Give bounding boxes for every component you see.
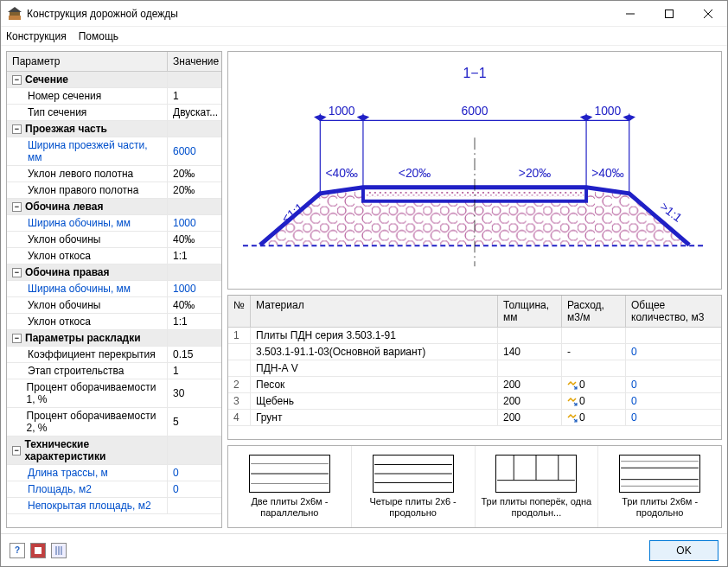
cross-section-diagram: 1−1 1000 6000 1000 <40‰ — [227, 51, 722, 290]
material-row[interactable]: 4Грунт20000 — [228, 410, 721, 426]
layout-four-longitudinal[interactable]: Четыре плиты 2х6 - продольно — [352, 446, 476, 527]
materials-body[interactable]: 1Плиты ПДН серия 3.503.1-913.503.1-91.1-… — [228, 328, 721, 426]
param-row[interactable]: Уклон откоса1:1 — [7, 314, 221, 330]
titlebar: Конструкция дорожной одежды — [1, 1, 727, 27]
slope-outer-right: >40‰ — [591, 166, 624, 180]
col-header-param: Параметр — [7, 52, 168, 71]
col-material: Материал — [251, 296, 498, 327]
col-thickness: Толщина, мм — [498, 296, 562, 327]
material-row[interactable]: 2Песок20000 — [228, 377, 721, 393]
app-icon — [8, 7, 22, 21]
param-row[interactable]: Уклон левого полотна20‰ — [7, 166, 221, 182]
param-row[interactable]: Номер сечения1 — [7, 88, 221, 105]
col-header-value: Значение — [168, 52, 221, 71]
param-row[interactable]: Ширина обочины, мм1000 — [7, 215, 221, 232]
param-row[interactable]: Уклон обочины40‰ — [7, 297, 221, 314]
parameters-grid[interactable]: −СечениеНомер сечения1Тип сеченияДвускат… — [7, 72, 221, 527]
menubar: Конструкция Помощь — [1, 27, 727, 46]
col-idx: № — [228, 296, 251, 327]
maximize-button[interactable] — [649, 1, 688, 26]
layout-three-longitudinal[interactable]: Три плиты 2х6м - продольно — [598, 446, 721, 527]
param-group[interactable]: −Параметры раскладки — [7, 330, 221, 347]
edit-icon[interactable] — [567, 396, 578, 406]
param-row[interactable]: Непокрытая площадь, м2 — [7, 498, 221, 514]
slope-inner-left: <20‰ — [399, 166, 431, 180]
collapse-icon[interactable]: − — [12, 202, 22, 212]
svg-rect-0 — [9, 16, 21, 20]
edit-icon[interactable] — [567, 412, 578, 423]
layout-label-2: Три плиты поперёк, одна продольн... — [479, 496, 595, 519]
collapse-icon[interactable]: − — [12, 124, 22, 134]
layout-label-1: Четыре плиты 2х6 - продольно — [355, 496, 471, 519]
material-row[interactable]: 3.503.1-91.1-03(Основной вариант)140-0 — [228, 344, 721, 360]
app-window: Конструкция дорожной одежды Конструкция … — [0, 0, 728, 567]
param-row[interactable]: Этап строительства1 — [7, 363, 221, 379]
material-row[interactable]: 1Плиты ПДН серия 3.503.1-91 — [228, 328, 721, 344]
layout-label-0: Две плиты 2х6м - параллельно — [232, 496, 348, 519]
col-total: Общее количество, м3 — [626, 296, 721, 327]
svg-rect-3 — [665, 10, 673, 17]
svg-rect-35 — [35, 547, 42, 554]
layout-three-cross-one-long[interactable]: Три плиты поперёк, одна продольн... — [476, 446, 599, 527]
param-row[interactable]: Процент оборачиваемости 1, %30 — [7, 379, 221, 408]
close-button[interactable] — [688, 1, 727, 26]
material-row[interactable]: 3Щебень20000 — [228, 393, 721, 410]
param-group[interactable]: −Обочина правая — [7, 264, 221, 281]
minimize-button[interactable] — [610, 1, 649, 26]
parameters-panel: Параметр Значение −СечениеНомер сечения1… — [6, 51, 222, 528]
settings-icon[interactable] — [51, 543, 67, 558]
param-row[interactable]: Уклон обочины40‰ — [7, 232, 221, 248]
material-row[interactable]: ПДН-А V — [228, 360, 721, 377]
help-icon[interactable]: ? — [10, 543, 25, 558]
param-row[interactable]: Уклон откоса1:1 — [7, 248, 221, 264]
dim-left: 1000 — [329, 104, 355, 118]
param-row[interactable]: Площадь, м20 — [7, 481, 221, 498]
param-row[interactable]: Уклон правого полотна20‰ — [7, 182, 221, 199]
slope-outer-left: <40‰ — [325, 166, 358, 180]
report-icon[interactable] — [30, 543, 46, 558]
menu-construction[interactable]: Конструкция — [6, 30, 67, 42]
collapse-icon[interactable]: − — [12, 334, 22, 343]
param-group[interactable]: −Проезжая часть — [7, 121, 221, 137]
section-label: 1−1 — [463, 66, 487, 80]
param-row[interactable]: Тип сеченияДвускат... — [7, 105, 221, 121]
col-consumption: Расход, м3/м — [562, 296, 626, 327]
dim-center: 6000 — [462, 104, 489, 118]
collapse-icon[interactable]: − — [12, 446, 21, 456]
ok-button[interactable]: OK — [649, 540, 718, 561]
window-title: Конструкция дорожной одежды — [27, 8, 610, 20]
param-row[interactable]: Длина трассы, м0 — [7, 465, 221, 481]
param-group[interactable]: −Обочина левая — [7, 199, 221, 215]
slope-inner-right: >20‰ — [519, 166, 552, 180]
dim-right: 1000 — [594, 104, 621, 118]
param-row[interactable]: Коэффициент перекрытия0.15 — [7, 347, 221, 363]
layout-options: Две плиты 2х6м - параллельно Четыре плит… — [227, 445, 722, 528]
svg-rect-1 — [10, 12, 20, 16]
layout-two-parallel[interactable]: Две плиты 2х6м - параллельно — [228, 446, 352, 527]
param-row[interactable]: Ширина обочины, мм1000 — [7, 281, 221, 297]
layout-label-3: Три плиты 2х6м - продольно — [602, 496, 718, 519]
param-group[interactable]: −Сечение — [7, 72, 221, 88]
collapse-icon[interactable]: − — [12, 75, 22, 85]
edit-icon[interactable] — [567, 379, 578, 390]
param-row[interactable]: Процент оборачиваемости 2, %5 — [7, 408, 221, 436]
param-row[interactable]: Ширина проезжей части, мм6000 — [7, 137, 221, 166]
materials-table: № Материал Толщина, мм Расход, м3/м Обще… — [227, 295, 722, 440]
menu-help[interactable]: Помощь — [79, 30, 118, 42]
collapse-icon[interactable]: − — [12, 268, 22, 277]
param-group[interactable]: −Технические характеристики — [7, 436, 221, 465]
footer: ? OK — [1, 533, 727, 566]
